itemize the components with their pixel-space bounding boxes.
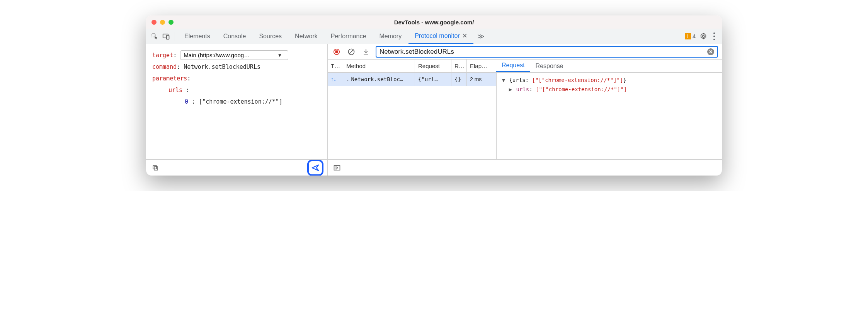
filter-input[interactable] [380,48,707,56]
tab-memory[interactable]: Memory [373,29,408,44]
detail-tabs: Request Response [496,60,722,72]
copy-icon[interactable] [150,162,161,173]
caret-right-icon[interactable]: ▶ [508,85,513,94]
download-icon[interactable] [361,47,371,57]
device-toolbar-icon[interactable] [161,31,172,42]
close-window-button[interactable] [151,20,157,25]
more-tabs-icon[interactable]: ≫ [474,32,488,41]
minimize-window-button[interactable] [160,20,165,25]
window-controls [151,20,174,25]
clear-icon[interactable] [346,47,356,57]
tab-performance[interactable]: Performance [325,29,373,44]
tab-network[interactable]: Network [289,29,324,44]
titlebar: DevTools - www.google.com/ [146,15,722,29]
protocol-log-pane: ✕ T… Method Request R… Elap… Request Res… [328,44,722,176]
warning-icon: ! [685,33,691,39]
tab-elements[interactable]: Elements [178,29,216,44]
inspect-element-icon[interactable] [149,31,160,42]
parameters-label: parameters [152,75,187,82]
tab-protocol-monitor[interactable]: Protocol monitor ✕ [408,29,473,44]
send-command-button[interactable] [307,160,323,176]
col-elapsed[interactable]: Elap… [467,60,496,72]
svg-rect-0 [152,34,155,37]
devtools-window: DevTools - www.google.com/ Elements Cons… [146,15,722,176]
col-response[interactable]: R… [451,60,467,72]
svg-point-3 [703,35,705,37]
svg-rect-5 [153,165,157,169]
detail-line-root[interactable]: ▼ {urls: ["["chrome-extension://*"]"]} [501,76,717,85]
svg-rect-7 [335,50,338,53]
row-method: Network.setBloc… [351,76,403,82]
col-method[interactable]: Method [343,60,415,72]
tab-sources[interactable]: Sources [253,29,288,44]
target-select[interactable]: Main (https://www.goog… [180,50,288,60]
caret-down-icon[interactable]: ▼ [501,76,506,85]
row-elapsed: 2 ms [467,73,496,86]
log-footer [328,159,722,176]
window-title: DevTools - www.google.com/ [146,19,722,26]
warning-count: 4 [693,33,696,39]
log-table-header: T… Method Request R… Elap… Request Respo… [328,60,722,73]
command-value[interactable]: Network.setBlockedURLs [184,63,260,70]
command-label: command [152,63,177,70]
detail-tab-response[interactable]: Response [530,60,569,72]
kebab-menu-icon[interactable] [710,29,719,43]
url-value[interactable]: ["chrome-extension://*"] [199,98,283,105]
request-detail-pane: ▼ {urls: ["["chrome-extension://*"]"]} ▶… [496,73,722,159]
editor-footer [146,159,327,176]
tab-console[interactable]: Console [217,29,252,44]
svg-rect-10 [334,165,340,170]
protocol-toolbar: ✕ [328,44,722,60]
clear-filter-icon[interactable]: ✕ [707,48,714,55]
col-type[interactable]: T… [328,60,343,72]
row-response: {} [451,73,467,86]
maximize-window-button[interactable] [168,20,174,25]
url-index: 0 [185,98,188,105]
row-request: {"url… [415,73,451,86]
send-receive-icon: ↑↓ [331,76,336,82]
warnings-badge[interactable]: ! 4 [683,33,697,39]
svg-rect-2 [167,35,169,39]
record-icon[interactable] [332,47,342,57]
devtools-tabbar: Elements Console Sources Network Perform… [146,29,722,44]
collapse-sidebar-icon[interactable] [332,162,342,173]
urls-param-label: urls [168,87,182,94]
table-row[interactable]: ↑↓ .Network.setBloc… {"url… {} 2 ms [328,73,496,86]
close-tab-icon[interactable]: ✕ [462,32,467,39]
filter-box[interactable]: ✕ [376,46,718,58]
svg-rect-4 [154,167,158,170]
tab-label: Protocol monitor [415,32,460,39]
target-label: target [152,52,173,59]
command-editor-pane: target: Main (https://www.goog… ▼ comman… [146,44,328,176]
svg-line-9 [349,50,353,54]
settings-icon[interactable] [698,31,709,42]
detail-line-urls[interactable]: ▶ urls: ["["chrome-extension://*"]"] [501,85,717,94]
col-request[interactable]: Request [415,60,451,72]
detail-tab-request[interactable]: Request [496,60,530,72]
separator [175,32,175,41]
